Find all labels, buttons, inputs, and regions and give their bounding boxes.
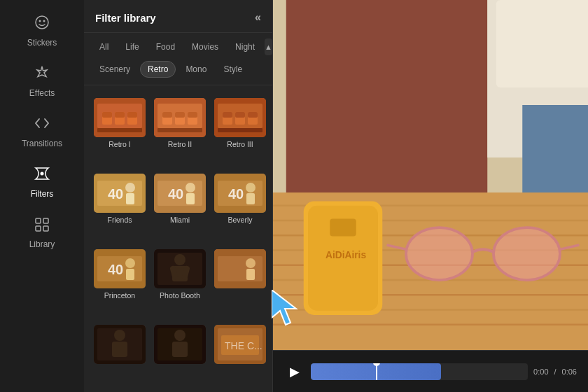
filter-item-bottom2[interactable] <box>151 322 209 386</box>
svg-rect-33 <box>248 112 258 118</box>
effects-icon <box>34 64 50 84</box>
svg-rect-11 <box>102 112 112 118</box>
filter-item-beverly[interactable]: 40 Beverly <box>211 171 269 244</box>
svg-rect-62 <box>218 256 262 281</box>
tab-scenery[interactable]: Scenery <box>92 62 137 77</box>
filter-name-miami: Miami <box>170 216 190 224</box>
filter-thumb-row3c <box>214 249 266 288</box>
filter-item-bottom3[interactable]: THE C... <box>211 322 269 386</box>
svg-rect-34 <box>218 128 262 132</box>
filter-name-photobooth: Photo Booth <box>160 291 200 300</box>
tab-retro[interactable]: Retro <box>140 61 176 78</box>
filter-thumb-friends: 40 <box>94 174 146 213</box>
transitions-icon <box>34 115 50 134</box>
svg-rect-16 <box>97 128 142 132</box>
filter-item-row3c[interactable] <box>211 246 269 319</box>
filter-thumb-retro3 <box>214 98 266 137</box>
filter-grid: Retro I Retro <box>84 90 272 392</box>
filter-item-friends[interactable]: 40 Friends <box>91 171 148 244</box>
sidebar-item-transitions-label: Transitions <box>22 139 62 148</box>
video-preview: AiDiAiris <box>273 0 588 350</box>
filter-thumb-bottom3: THE C... <box>214 325 266 364</box>
filter-tabs-row2: Scenery Retro Mono Style <box>84 55 272 80</box>
sidebar-item-library-label: Library <box>29 239 55 249</box>
svg-text:THE C...: THE C... <box>225 340 262 351</box>
svg-rect-20 <box>162 112 172 118</box>
svg-text:AiDiAiris: AiDiAiris <box>326 250 366 260</box>
svg-rect-24 <box>188 112 197 118</box>
time-display-current: 0:00 <box>533 368 548 376</box>
sidebar-item-effects[interactable]: Effects <box>10 57 74 105</box>
svg-point-71 <box>174 330 186 341</box>
svg-rect-78 <box>286 0 488 192</box>
sidebar-item-library[interactable]: Library <box>10 209 74 256</box>
app-container: Stickers Effects Transitions <box>0 0 588 392</box>
sidebar-item-stickers[interactable]: Stickers <box>10 7 74 55</box>
filter-item-retro2[interactable]: Retro II <box>151 95 209 168</box>
svg-point-48 <box>246 183 255 192</box>
svg-rect-49 <box>246 193 255 204</box>
tab-all[interactable]: All <box>92 39 115 55</box>
svg-point-1 <box>39 20 41 22</box>
timeline-track[interactable] <box>311 363 528 380</box>
svg-rect-7 <box>43 226 48 231</box>
svg-point-43 <box>186 183 195 192</box>
filter-item-miami[interactable]: 40 Miami <box>151 171 209 244</box>
svg-point-67 <box>114 330 125 341</box>
tab-movies[interactable]: Movies <box>185 39 225 55</box>
svg-point-63 <box>246 258 255 268</box>
sidebar-item-filters[interactable]: Filters <box>10 158 74 206</box>
svg-rect-22 <box>175 112 185 118</box>
stickers-icon <box>34 14 50 34</box>
svg-rect-25 <box>158 128 202 132</box>
sidebar-item-filters-label: Filters <box>31 189 54 199</box>
svg-rect-31 <box>235 112 245 118</box>
filter-thumb-bottom1 <box>94 325 146 364</box>
time-display-total: 0:06 <box>562 368 577 376</box>
filter-panel: Filter library « All Life Food Movies Ni… <box>84 0 273 392</box>
svg-rect-81 <box>496 0 588 88</box>
svg-rect-39 <box>126 193 134 204</box>
filter-name-princeton: Princeton <box>104 291 135 300</box>
main-content: AiDiAiris ▶ <box>273 0 588 392</box>
svg-rect-44 <box>186 193 195 204</box>
svg-text:40: 40 <box>168 186 183 202</box>
svg-rect-6 <box>36 226 41 231</box>
tab-food[interactable]: Food <box>149 39 182 55</box>
filter-name-beverly: Beverly <box>227 216 252 224</box>
svg-text:40: 40 <box>108 262 123 277</box>
timeline-bar: ▶ 0:00 / 0:06 <box>273 350 588 392</box>
sidebar-item-transitions[interactable]: Transitions <box>10 108 74 155</box>
filter-item-princeton[interactable]: 40 Princeton <box>91 246 148 319</box>
filter-name-retro3: Retro III <box>227 140 253 148</box>
panel-header: Filter library « <box>84 0 272 33</box>
panel-close-button[interactable]: « <box>255 11 261 24</box>
divider <box>84 85 272 85</box>
tab-mono[interactable]: Mono <box>178 62 214 77</box>
tab-life[interactable]: Life <box>118 39 146 55</box>
tab-night[interactable]: Night <box>228 39 262 55</box>
svg-rect-13 <box>115 112 125 118</box>
collapse-icon: ▲ <box>265 43 272 51</box>
filter-thumb-miami: 40 <box>154 174 206 213</box>
tab-style[interactable]: Style <box>216 62 249 77</box>
svg-text:40: 40 <box>108 186 123 202</box>
timeline-playhead <box>376 363 377 380</box>
sidebar-item-effects-label: Effects <box>29 88 55 98</box>
svg-rect-72 <box>172 342 188 357</box>
svg-rect-15 <box>127 112 137 118</box>
filter-name-retro2: Retro II <box>168 140 192 148</box>
svg-point-0 <box>36 16 48 29</box>
filter-item-retro1[interactable]: Retro I <box>91 95 148 168</box>
svg-rect-29 <box>223 112 232 118</box>
filter-item-photobooth[interactable]: Photo Booth <box>151 246 209 319</box>
filter-item-retro3[interactable]: Retro III <box>211 95 269 168</box>
collapse-button[interactable]: ▲ <box>265 38 272 55</box>
play-button[interactable]: ▶ <box>284 361 305 382</box>
svg-point-57 <box>174 254 186 265</box>
svg-rect-95 <box>330 219 356 237</box>
svg-text:40: 40 <box>228 186 244 202</box>
filter-item-bottom1[interactable] <box>91 322 148 386</box>
svg-rect-68 <box>112 342 127 357</box>
svg-point-53 <box>125 258 135 268</box>
